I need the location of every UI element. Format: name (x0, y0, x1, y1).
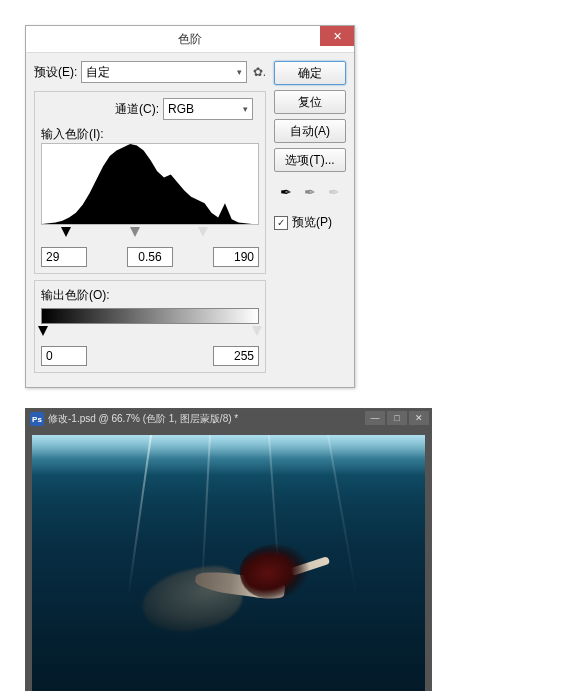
input-values-row (41, 247, 259, 267)
close-button[interactable]: ✕ (409, 411, 429, 425)
preview-row: ✓ 预览(P) (274, 214, 346, 231)
ps-titlebar[interactable]: Ps 修改-1.psd @ 66.7% (色阶 1, 图层蒙版/8) * — □… (26, 409, 431, 429)
dialog-title: 色阶 (178, 31, 202, 48)
ps-canvas-wrap (26, 429, 431, 691)
highlights-input[interactable] (213, 247, 259, 267)
dialog-body: 预设(E): 自定 ▾ ✿. 通道(C): RGB ▾ 输入色阶(I): (26, 53, 354, 387)
gray-eyedropper-icon[interactable]: ✒ (301, 183, 319, 201)
options-button[interactable]: 选项(T)... (274, 148, 346, 172)
white-eyedropper-icon[interactable]: ✒ (325, 183, 343, 201)
input-levels-label: 输入色阶(I): (41, 127, 104, 141)
output-values-row (41, 346, 259, 366)
levels-dialog: 色阶 ✕ 预设(E): 自定 ▾ ✿. 通道(C): RGB ▾ (25, 25, 355, 388)
output-gradient[interactable] (41, 308, 259, 324)
output-levels-label: 输出色阶(O): (41, 288, 110, 302)
chevron-down-icon: ▾ (237, 67, 242, 77)
chevron-down-icon: ▾ (243, 104, 248, 114)
dialog-right-panel: 确定 复位 自动(A) 选项(T)... ✒ ✒ ✒ ✓ 预览(P) (274, 61, 346, 379)
preset-label: 预设(E): (34, 64, 77, 81)
ps-document-title: 修改-1.psd @ 66.7% (色阶 1, 图层蒙版/8) * (48, 412, 238, 426)
output-high-input[interactable] (213, 346, 259, 366)
channel-select[interactable]: RGB ▾ (163, 98, 253, 120)
ps-app-icon: Ps (30, 412, 44, 426)
close-icon: ✕ (333, 30, 342, 43)
cancel-button[interactable]: 复位 (274, 90, 346, 114)
output-black-slider[interactable] (38, 326, 48, 336)
shadows-input[interactable] (41, 247, 87, 267)
preset-row: 预设(E): 自定 ▾ ✿. (34, 61, 266, 83)
preset-value: 自定 (86, 64, 110, 81)
ok-button[interactable]: 确定 (274, 61, 346, 85)
auto-button[interactable]: 自动(A) (274, 119, 346, 143)
photoshop-document-window: Ps 修改-1.psd @ 66.7% (色阶 1, 图层蒙版/8) * — □… (25, 408, 432, 691)
preview-label: 预览(P) (292, 214, 332, 231)
white-point-slider[interactable] (198, 227, 208, 237)
ps-canvas[interactable] (32, 435, 425, 691)
preview-checkbox[interactable]: ✓ (274, 216, 288, 230)
maximize-button[interactable]: □ (387, 411, 407, 425)
channel-label: 通道(C): (115, 101, 159, 118)
channel-value: RGB (168, 102, 194, 116)
output-slider-track[interactable] (41, 326, 259, 342)
black-eyedropper-icon[interactable]: ✒ (277, 183, 295, 201)
black-point-slider[interactable] (61, 227, 71, 237)
preset-select[interactable]: 自定 ▾ (81, 61, 246, 83)
eyedroppers-row: ✒ ✒ ✒ (274, 183, 346, 201)
channel-row: 通道(C): RGB ▾ (41, 98, 259, 120)
mermaid-figure (142, 544, 346, 647)
close-button[interactable]: ✕ (320, 26, 354, 46)
input-slider-track[interactable] (41, 227, 259, 243)
mermaid-tail (137, 560, 247, 639)
output-levels-group: 输出色阶(O): (34, 280, 266, 373)
minimize-button[interactable]: — (365, 411, 385, 425)
midtones-input[interactable] (127, 247, 173, 267)
mid-point-slider[interactable] (130, 227, 140, 237)
histogram-svg (42, 144, 258, 224)
ps-window-controls: — □ ✕ (365, 411, 429, 425)
gear-icon[interactable]: ✿. (253, 65, 266, 79)
output-low-input[interactable] (41, 346, 87, 366)
output-white-slider[interactable] (252, 326, 262, 336)
dialog-left-panel: 预设(E): 自定 ▾ ✿. 通道(C): RGB ▾ 输入色阶(I): (34, 61, 274, 379)
svg-marker-0 (42, 144, 258, 224)
input-levels-group: 通道(C): RGB ▾ 输入色阶(I): (34, 91, 266, 274)
dialog-titlebar[interactable]: 色阶 ✕ (26, 26, 354, 53)
water-surface (32, 435, 425, 475)
histogram[interactable] (41, 143, 259, 225)
